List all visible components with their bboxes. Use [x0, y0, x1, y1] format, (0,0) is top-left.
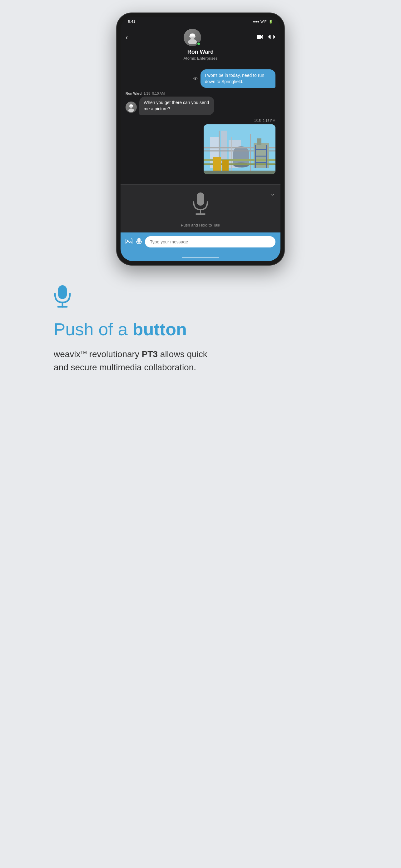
svg-rect-2 [189, 36, 196, 37]
image-timestamp: 1/15 2:15 PM [254, 119, 276, 122]
seen-icon: 👁 [193, 76, 198, 82]
received-message-group: Ron Ward 1/15 9:10 AM When you get there [126, 92, 275, 115]
video-call-icon[interactable] [257, 34, 264, 41]
svg-rect-36 [255, 156, 267, 157]
home-bar [182, 257, 219, 258]
svg-rect-39 [197, 192, 204, 206]
chat-messages: 👁 I won't be in today, need to run down … [121, 66, 280, 184]
home-indicator [121, 255, 280, 261]
svg-rect-14 [129, 106, 133, 107]
svg-rect-10 [273, 35, 274, 39]
received-bubble: When you get there can you send me a pic… [139, 97, 214, 115]
contact-name: Ron Ward [188, 49, 213, 55]
trademark: TM [80, 350, 87, 354]
message-text-input[interactable] [145, 236, 275, 247]
svg-point-1 [188, 39, 197, 44]
header-action-icons [257, 34, 275, 41]
sent-bubble: I won't be in today, need to run down to… [201, 69, 275, 88]
phone-screen: 9:41 ●●● WiFi 🔋 ‹ [121, 17, 280, 261]
svg-text:+: + [131, 238, 132, 240]
marketing-headline: Push of a button [54, 320, 187, 339]
svg-rect-3 [257, 35, 261, 39]
sender-avatar [126, 101, 137, 113]
message-input-area: + [121, 232, 280, 255]
svg-rect-5 [262, 36, 263, 38]
image-attach-icon[interactable]: + [126, 238, 133, 246]
back-button[interactable]: ‹ [126, 33, 128, 41]
status-bar: 9:41 ●●● WiFi 🔋 [121, 17, 280, 26]
svg-rect-35 [255, 149, 267, 150]
chat-header: ‹ [121, 26, 280, 66]
ptt-label: Push and Hold to Talk [181, 223, 220, 227]
message-meta: Ron Ward 1/15 9:10 AM [126, 92, 275, 95]
online-indicator [197, 42, 201, 45]
svg-rect-6 [268, 36, 269, 37]
svg-rect-32 [222, 160, 229, 171]
image-message-group: 1/15 2:15 PM [126, 119, 275, 174]
mic-input-icon[interactable] [136, 238, 142, 247]
svg-rect-38 [204, 170, 275, 174]
image-bubble [204, 124, 275, 174]
product-name: PT3 [142, 349, 158, 359]
svg-rect-31 [213, 157, 221, 171]
contact-avatar [183, 29, 201, 46]
svg-rect-9 [272, 36, 272, 38]
marketing-description: weavixTM revolutionary PT3 allows quick … [54, 348, 216, 374]
svg-rect-11 [274, 36, 275, 38]
svg-rect-7 [269, 35, 270, 38]
svg-rect-8 [270, 35, 271, 39]
svg-point-13 [128, 108, 134, 112]
marketing-mic-icon [54, 284, 71, 312]
headline-bold: button [132, 319, 187, 339]
ptt-mic-icon[interactable] [191, 191, 210, 220]
phone-frame: 9:41 ●●● WiFi 🔋 ‹ [116, 12, 285, 266]
message-row-sent: 👁 I won't be in today, need to run down … [126, 69, 275, 88]
svg-rect-47 [58, 285, 67, 299]
marketing-section: Push of a button weavixTM revolutionary … [29, 266, 372, 399]
chevron-down-icon[interactable]: ⌄ [270, 190, 275, 197]
waveform-icon[interactable] [268, 34, 275, 41]
contact-company: Atomic Enterprises [183, 56, 218, 61]
svg-rect-45 [137, 238, 140, 243]
svg-rect-28 [257, 138, 261, 145]
ptt-area[interactable]: ⌄ Push and Hold to Talk [121, 185, 280, 232]
svg-rect-37 [255, 162, 267, 163]
phone-mockup: 9:41 ●●● WiFi 🔋 ‹ [116, 12, 285, 266]
